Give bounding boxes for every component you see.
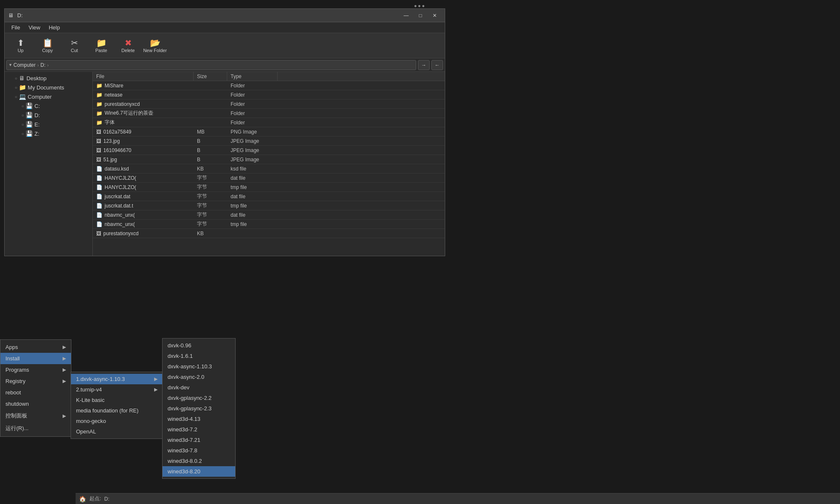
- toolbar-newfolder-button[interactable]: 📂 New Folder: [142, 35, 168, 57]
- breadcrumb-d: D:: [40, 62, 45, 68]
- status-home-icon: 🏠: [79, 496, 86, 502]
- file-row-icon: 📄: [96, 212, 102, 218]
- toolbar-up-button[interactable]: ⬆ Up: [8, 35, 33, 57]
- file-row-icon: 📁: [96, 83, 102, 89]
- sidebar-label-z: Z:: [34, 131, 39, 137]
- dxvk-item-wined3d78[interactable]: wined3d-7.8: [163, 445, 235, 456]
- close-button[interactable]: ✕: [428, 10, 441, 21]
- file-row-icon: 📁: [96, 101, 102, 107]
- dxvk-item-wined3d802[interactable]: wined3d-8.0.2: [163, 456, 235, 466]
- file-row-name: HANYCJLZO(: [105, 184, 136, 190]
- nav-forward-button[interactable]: →: [418, 60, 430, 70]
- table-row[interactable]: 🖼 51.jpg B JPEG Image: [93, 155, 445, 164]
- table-row[interactable]: 📄 nbavmc_unx( 字节 tmp file: [93, 220, 445, 229]
- install-submenu-item-openal[interactable]: OpenAL: [71, 426, 163, 437]
- file-row-icon: 📄: [96, 221, 102, 227]
- breadcrumb-computer: Computer: [13, 62, 36, 68]
- toolbar-cut-button[interactable]: ✂ Cut: [62, 35, 87, 57]
- install-submenu-item-turnip[interactable]: 2.turnip-v4 ▶: [71, 384, 163, 395]
- drive-z-icon: 💾: [26, 130, 33, 137]
- dxvk-item-wined3d820[interactable]: wined3d-8.20: [163, 466, 235, 477]
- install-submenu-item-monogecko[interactable]: mono-gecko: [71, 416, 163, 426]
- menu-item-install[interactable]: Install ▶: [0, 353, 71, 364]
- dxvk-item-gplasync23[interactable]: dxvk-gplasync-2.3: [163, 403, 235, 414]
- file-cell-type: Folder: [227, 92, 278, 98]
- dxvk-item-async1103[interactable]: dxvk-async-1.10.3: [163, 361, 235, 372]
- programs-arrow-icon: ▶: [63, 367, 66, 373]
- dxvk-item-wined3d721[interactable]: wined3d-7.21: [163, 435, 235, 445]
- sidebar-item-computer[interactable]: ○ 💻 Computer: [5, 92, 92, 101]
- sidebar-item-e[interactable]: ○ 💾 E:: [5, 120, 92, 129]
- menu-help[interactable]: Help: [45, 24, 63, 32]
- menu-item-registry[interactable]: Registry ▶: [0, 375, 71, 387]
- menu-item-shutdown[interactable]: shutdown: [0, 398, 71, 410]
- table-row[interactable]: 📄 juscrkat.dat.t 字节 tmp file: [93, 201, 445, 210]
- install-submenu-item-mediafoundation[interactable]: media foundation (for RE): [71, 405, 163, 416]
- sidebar-item-d[interactable]: ○ 💾 D:: [5, 110, 92, 120]
- install-submenu-item-klite[interactable]: K-Lite basic: [71, 395, 163, 405]
- file-row-name: 字体: [105, 119, 115, 126]
- paste-icon: 📁: [96, 39, 107, 47]
- col-header-type[interactable]: Type: [227, 72, 278, 81]
- dxvk-item-wined3d413[interactable]: wined3d-4.13: [163, 414, 235, 424]
- dxvk-item-wined3d72[interactable]: wined3d-7.2: [163, 424, 235, 435]
- apps-arrow-icon: ▶: [63, 344, 66, 350]
- sidebar-item-desktop[interactable]: ○ 🖥 Desktop: [5, 74, 92, 83]
- table-row[interactable]: 📁 netease Folder: [93, 90, 445, 100]
- dxvk-item-dev[interactable]: dxvk-dev: [163, 382, 235, 393]
- file-list: File Size Type 📁 MiShare Folder 📁 neteas…: [93, 72, 445, 256]
- menu-file[interactable]: File: [8, 24, 24, 32]
- file-cell-name: 🖼 123.jpg: [93, 138, 194, 144]
- file-cell-name: 📁 字体: [93, 119, 194, 126]
- file-cell-type: Folder: [227, 83, 278, 89]
- table-row[interactable]: 📁 Wine6.7可运行的茶壶 Folder: [93, 109, 445, 118]
- table-row[interactable]: 📄 datasu.ksd KB ksd file: [93, 164, 445, 173]
- toolbar-copy-button[interactable]: 📋 Copy: [35, 35, 60, 57]
- drive-d-icon: 💾: [26, 112, 33, 118]
- dxvk-item-gplasync22[interactable]: dxvk-gplasync-2.2: [163, 393, 235, 403]
- file-row-icon: 📁: [96, 120, 102, 126]
- table-row[interactable]: 🖼 123.jpg B JPEG Image: [93, 136, 445, 146]
- file-cell-size: MB: [194, 129, 227, 135]
- toolbar-delete-button[interactable]: ✖ Delete: [116, 35, 141, 57]
- sidebar-item-z[interactable]: ○ 💾 Z:: [5, 129, 92, 138]
- file-cell-size: B: [194, 147, 227, 153]
- col-header-size[interactable]: Size: [194, 72, 227, 81]
- dxvk-item-async20[interactable]: dxvk-async-2.0: [163, 372, 235, 382]
- table-row[interactable]: 🖼 0162a75849 MB PNG Image: [93, 127, 445, 136]
- menu-item-apps[interactable]: Apps ▶: [0, 341, 71, 353]
- install-submenu-item-dxvk[interactable]: 1.dxvk-async-1.10.3 ▶: [71, 374, 163, 384]
- table-row[interactable]: 📁 MiShare Folder: [93, 81, 445, 90]
- table-row[interactable]: 📄 HANYCJLZO( 字节 tmp file: [93, 183, 445, 192]
- table-row[interactable]: 📁 字体 Folder: [93, 118, 445, 127]
- menu-view[interactable]: View: [25, 24, 44, 32]
- computer-icon: 💻: [19, 93, 26, 100]
- table-row[interactable]: 📁 purestationyxcd Folder: [93, 100, 445, 109]
- window-title: D:: [17, 12, 23, 18]
- dxvk-item-096[interactable]: dxvk-0.96: [163, 340, 235, 351]
- menu-item-run[interactable]: 运行(R)...: [0, 422, 71, 435]
- sidebar-item-mydocuments[interactable]: ○ 📁 My Documents: [5, 83, 92, 92]
- sidebar-label-desktop: Desktop: [26, 75, 47, 81]
- install-submenu: 1.dxvk-async-1.10.3 ▶ 2.turnip-v4 ▶ K-Li…: [71, 372, 163, 439]
- toolbar-paste-button[interactable]: 📁 Paste: [89, 35, 114, 57]
- table-row[interactable]: 📄 nbavmc_unx( 字节 dat file: [93, 210, 445, 220]
- table-row[interactable]: 📄 juscrkat.dat 字节 dat file: [93, 192, 445, 201]
- maximize-button[interactable]: □: [414, 10, 427, 21]
- dxvk-item-161[interactable]: dxvk-1.6.1: [163, 351, 235, 361]
- table-row[interactable]: 📄 HANYCJLZO( 字节 dat file: [93, 173, 445, 183]
- file-row-name: 51.jpg: [103, 157, 117, 163]
- nav-back-button[interactable]: ←: [431, 60, 443, 70]
- menu-item-programs[interactable]: Programs ▶: [0, 364, 71, 375]
- col-header-file[interactable]: File: [93, 72, 194, 81]
- table-row[interactable]: 🖼 purestationyxcd KB: [93, 229, 445, 238]
- table-row[interactable]: 🖼 1610946670 B JPEG Image: [93, 146, 445, 155]
- status-bar: 🏠 起点: D:: [76, 493, 840, 504]
- install-arrow-icon: ▶: [63, 356, 66, 361]
- breadcrumb-area[interactable]: ▾ Computer › D: ›: [6, 60, 416, 70]
- menu-item-reboot[interactable]: reboot: [0, 387, 71, 398]
- newfolder-icon: 📂: [150, 39, 160, 47]
- sidebar-item-c[interactable]: ○ 💾 C:: [5, 101, 92, 110]
- minimize-button[interactable]: —: [399, 10, 413, 21]
- menu-item-control-panel[interactable]: 控制面板 ▶: [0, 410, 71, 422]
